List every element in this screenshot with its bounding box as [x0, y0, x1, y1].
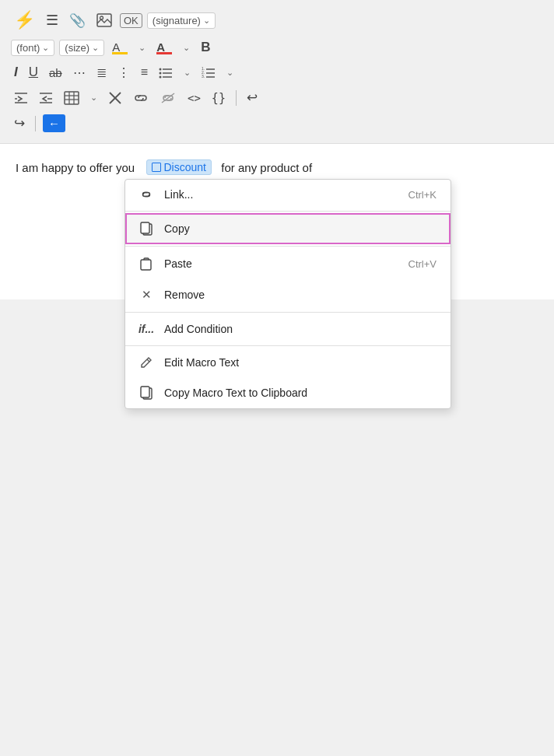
svg-point-6	[160, 76, 162, 79]
eraser-btn[interactable]	[105, 89, 125, 107]
unlink-btn[interactable]	[156, 89, 180, 107]
toolbar-row-1: ⚡ ☰ 📎 OK (signature) ⌄	[11, 8, 543, 33]
signature-chevron: ⌄	[203, 16, 210, 26]
signature-dropdown[interactable]: (signature) ⌄	[147, 12, 216, 29]
table-btn[interactable]	[61, 89, 82, 107]
svg-rect-29	[141, 222, 149, 233]
highlight-btn[interactable]: A	[109, 38, 131, 57]
context-menu-item-edit-macro[interactable]: Edit Macro Text	[125, 348, 451, 377]
copy-macro-label: Copy Macro Text to Clipboard	[164, 387, 307, 399]
macro-token-label: Discount	[164, 161, 206, 173]
font-color-btn[interactable]: A	[153, 38, 175, 57]
svg-line-31	[147, 359, 149, 362]
paperclip-icon[interactable]: 📎	[66, 10, 89, 31]
ok-box-icon[interactable]: OK	[120, 13, 142, 28]
paste-label: Paste	[164, 257, 192, 270]
num-list-btn[interactable]: 1.2.3.	[198, 64, 219, 81]
edit-macro-label: Edit Macro Text	[164, 356, 239, 369]
context-menu-item-copy[interactable]: Copy	[125, 213, 451, 244]
underline-btn[interactable]: U	[26, 62, 41, 82]
undo-btn[interactable]: ↩	[244, 87, 261, 108]
ctx-separator-1	[125, 211, 451, 212]
toolbar-divider-2	[35, 116, 36, 131]
num-chevron[interactable]: ⌄	[223, 65, 237, 80]
pencil-icon	[139, 356, 153, 369]
bullet-list-btn[interactable]	[156, 64, 176, 81]
condition-icon: if...	[139, 323, 153, 335]
table-chevron[interactable]: ⌄	[87, 90, 100, 105]
context-menu: Link... Ctrl+K Copy Paste Ctrl+V ✕ Remov…	[124, 179, 451, 409]
toolbar-area: ⚡ ☰ 📎 OK (signature) ⌄ (font) ⌄ (size) ⌄…	[0, 0, 554, 144]
remove-label: Remove	[164, 289, 205, 301]
paste-icon	[139, 257, 153, 271]
svg-point-4	[160, 72, 162, 75]
toolbar-row-5: ↪ ←	[11, 113, 543, 134]
copy-label: Copy	[164, 222, 190, 235]
remove-icon: ✕	[139, 288, 153, 302]
editor-text-before: I am happy to offer you	[16, 161, 135, 174]
html-btn[interactable]: <>	[184, 89, 204, 107]
braces-btn[interactable]: {}	[209, 89, 229, 107]
redo-btn[interactable]: ↪	[11, 113, 28, 134]
link-icon	[139, 189, 153, 200]
svg-point-1	[100, 16, 103, 19]
toolbar-row-3: I U ab ⋯ ≣ ⋮ ≡ ⌄ 1.2.3. ⌄	[11, 62, 543, 82]
copy-icon	[139, 222, 153, 236]
bold-btn[interactable]: B	[198, 37, 213, 58]
align-right-btn[interactable]: ⋮	[114, 63, 133, 82]
svg-text:3.: 3.	[202, 74, 205, 79]
context-menu-item-add-condition[interactable]: if... Add Condition	[125, 314, 451, 344]
lightning-icon[interactable]: ⚡	[11, 8, 38, 33]
link-shortcut: Ctrl+K	[408, 189, 437, 201]
strikethrough-btn[interactable]: ab	[46, 64, 65, 82]
editor-text-after: for any product of	[221, 161, 312, 174]
size-label: (size)	[65, 42, 89, 54]
align-center-btn[interactable]: ≣	[93, 63, 110, 82]
context-menu-item-paste[interactable]: Paste Ctrl+V	[125, 248, 451, 279]
size-dropdown[interactable]: (size) ⌄	[59, 40, 104, 56]
ctx-separator-4	[125, 345, 451, 346]
svg-rect-20	[65, 92, 79, 104]
macro-token-icon	[152, 163, 161, 172]
indent-btn[interactable]	[11, 89, 31, 107]
toolbar-divider	[236, 90, 237, 106]
paste-shortcut: Ctrl+V	[408, 258, 437, 270]
bullet-chevron[interactable]: ⌄	[181, 65, 194, 80]
svg-point-2	[160, 68, 162, 71]
svg-rect-30	[141, 260, 151, 270]
image-icon[interactable]	[93, 11, 115, 30]
toolbar-row-2: (font) ⌄ (size) ⌄ A ⌄ A ⌄ B	[11, 37, 543, 58]
toolbar-row-4: ⌄ <> {} ↩	[11, 87, 543, 108]
align-justify-btn[interactable]: ≡	[138, 63, 151, 82]
special-btn[interactable]: ←	[43, 114, 65, 132]
outdent-btn[interactable]	[36, 89, 56, 107]
ctx-separator-3	[125, 312, 451, 313]
font-chevron: ⌄	[42, 43, 49, 53]
editor-text: I am happy to offer you Discount for any…	[16, 159, 538, 175]
svg-rect-0	[97, 14, 111, 26]
context-menu-item-copy-macro[interactable]: Copy Macro Text to Clipboard	[125, 377, 451, 408]
align-left-btn[interactable]: ⋯	[70, 63, 89, 82]
link-btn[interactable]	[130, 89, 152, 107]
context-menu-item-remove[interactable]: ✕ Remove	[125, 279, 451, 310]
add-condition-label: Add Condition	[164, 323, 233, 335]
font-label: (font)	[16, 42, 40, 54]
font-dropdown[interactable]: (font) ⌄	[11, 40, 54, 56]
italic-btn[interactable]: I	[11, 62, 21, 82]
signature-label: (signature)	[153, 15, 201, 26]
ctx-separator-2	[125, 246, 451, 247]
context-menu-item-link[interactable]: Link... Ctrl+K	[125, 180, 451, 209]
copy-macro-icon	[139, 386, 153, 400]
macro-token[interactable]: Discount	[146, 159, 212, 175]
highlight-chevron[interactable]: ⌄	[135, 40, 149, 55]
link-label: Link...	[164, 188, 193, 201]
size-chevron: ⌄	[92, 43, 99, 53]
lines-icon[interactable]: ☰	[43, 9, 61, 31]
font-color-chevron[interactable]: ⌄	[180, 40, 193, 55]
svg-rect-33	[141, 387, 149, 397]
editor-area: I am happy to offer you Discount for any…	[0, 144, 554, 299]
